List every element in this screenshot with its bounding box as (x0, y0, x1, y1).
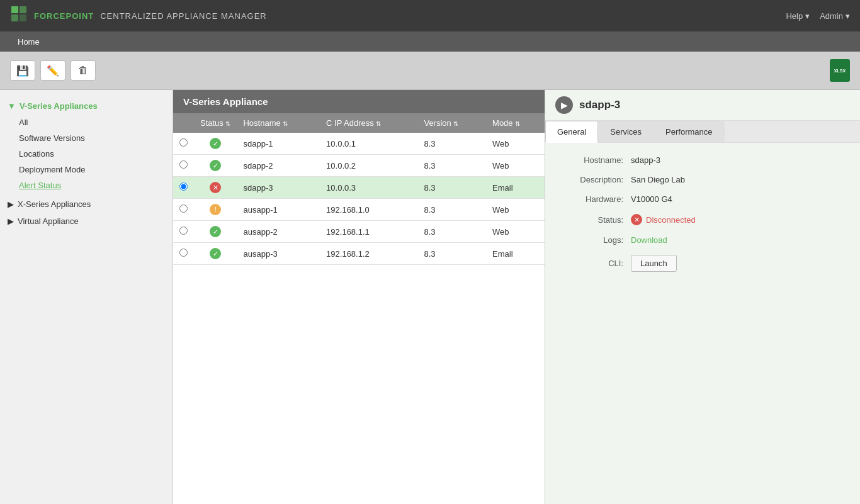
row-version: 8.3 (417, 133, 486, 155)
svg-rect-1 (20, 6, 26, 13)
hardware-value: V10000 G4 (631, 194, 672, 204)
row-hostname: sdapp-1 (237, 133, 320, 155)
row-status: ✓ (194, 243, 237, 265)
row-radio[interactable] (173, 199, 194, 221)
row-mode: Web (486, 133, 545, 155)
col-mode[interactable]: Mode ⇅ (486, 113, 545, 133)
description-value: San Diego Lab (631, 175, 685, 184)
v-series-collapse-icon: ▼ (8, 101, 16, 111)
row-status: ✓ (194, 155, 237, 177)
sidebar-item-deployment-mode[interactable]: Deployment Mode (0, 162, 173, 177)
status-green-icon: ✓ (210, 138, 221, 149)
detail-logs-row: Logs: Download (555, 235, 850, 245)
table-row[interactable]: ✓ ausapp-3 192.168.1.2 8.3 Email (173, 243, 545, 265)
table-row[interactable]: ✓ sdapp-1 10.0.0.1 8.3 Web (173, 133, 545, 155)
svg-rect-2 (11, 14, 18, 21)
breadcrumb-home[interactable]: Home (10, 31, 52, 52)
disconnected-link[interactable]: Disconnected (646, 215, 696, 225)
sidebar: ▼ V-Series Appliances All Software Versi… (0, 90, 173, 504)
logs-label: Logs: (555, 235, 631, 245)
row-status: ✓ (194, 221, 237, 243)
row-version: 8.3 (417, 221, 486, 243)
topbar-right: Help ▾ Admin ▾ (786, 11, 850, 21)
save-button[interactable]: 💾 (10, 60, 35, 81)
virtual-expand-icon: ▶ (8, 216, 14, 226)
row-version: 8.3 (417, 155, 486, 177)
row-status: ✓ (194, 133, 237, 155)
sidebar-virtual-header[interactable]: ▶ Virtual Appliance (0, 213, 173, 230)
col-select (173, 113, 194, 133)
row-ip: 192.168.1.1 (320, 221, 417, 243)
row-radio[interactable] (173, 221, 194, 243)
detail-hostname-row: Hostname: sdapp-3 (555, 155, 850, 165)
row-ip: 10.0.0.3 (320, 177, 417, 199)
table-row[interactable]: ! ausapp-1 192.168.1.0 8.3 Web (173, 199, 545, 221)
sidebar-item-locations[interactable]: Locations (0, 146, 173, 162)
sidebar-item-alert-status[interactable]: Alert Status (0, 177, 173, 193)
col-status[interactable]: Status ⇅ (194, 113, 237, 133)
admin-button[interactable]: Admin ▾ (820, 11, 850, 21)
x-series-expand-icon: ▶ (8, 199, 14, 209)
col-hostname[interactable]: Hostname ⇅ (237, 113, 320, 133)
row-radio[interactable] (173, 155, 194, 177)
help-button[interactable]: Help ▾ (786, 11, 810, 21)
ip-sort-icon: ⇅ (376, 120, 381, 127)
toolbar: 💾 ✏️ 🗑 XLSX (0, 52, 860, 90)
breadcrumb: Home (0, 31, 860, 52)
row-ip: 10.0.0.2 (320, 155, 417, 177)
row-version: 8.3 (417, 243, 486, 265)
row-ip: 192.168.1.0 (320, 199, 417, 221)
col-ip[interactable]: C IP Address ⇅ (320, 113, 417, 133)
tab-performance[interactable]: Performance (653, 121, 724, 142)
row-radio[interactable] (173, 243, 194, 265)
row-hostname: sdapp-2 (237, 155, 320, 177)
delete-button[interactable]: 🗑 (71, 60, 96, 81)
launch-button[interactable]: Launch (631, 255, 677, 272)
table-title: V-Series Appliance (173, 90, 545, 113)
table-row[interactable]: ✓ ausapp-2 192.168.1.1 8.3 Web (173, 221, 545, 243)
table-panel: V-Series Appliance Status ⇅ Hostname (173, 90, 545, 504)
row-hostname: ausapp-2 (237, 221, 320, 243)
delete-icon: 🗑 (78, 65, 88, 76)
detail-title: sdapp-3 (579, 99, 620, 111)
help-chevron-icon: ▾ (805, 11, 810, 21)
status-red-icon: ✕ (210, 182, 221, 193)
hardware-label: Hardware: (555, 194, 631, 204)
status-green-icon: ✓ (210, 226, 221, 237)
download-link[interactable]: Download (631, 235, 667, 245)
status-value: ✕ Disconnected (631, 214, 696, 225)
sidebar-item-software-versions[interactable]: Software Versions (0, 130, 173, 146)
detail-cli-row: CLI: Launch (555, 255, 850, 272)
row-mode: Email (486, 243, 545, 265)
col-version[interactable]: Version ⇅ (417, 113, 486, 133)
tab-general[interactable]: General (545, 121, 598, 143)
detail-status-row: Status: ✕ Disconnected (555, 214, 850, 225)
save-icon: 💾 (16, 65, 29, 77)
sidebar-v-series-header[interactable]: ▼ V-Series Appliances (0, 98, 173, 115)
status-green-icon: ✓ (210, 248, 221, 259)
row-hostname: sdapp-3 (237, 177, 320, 199)
forcepoint-logo (10, 5, 28, 26)
row-radio[interactable] (173, 177, 194, 199)
table-row[interactable]: ✕ sdapp-3 10.0.0.3 8.3 Email (173, 177, 545, 199)
tab-services[interactable]: Services (598, 121, 653, 142)
status-yellow-icon: ! (210, 204, 221, 215)
hostname-sort-icon: ⇅ (283, 120, 288, 127)
row-radio[interactable] (173, 133, 194, 155)
brand-name: FORCEPOINT (34, 11, 94, 21)
edit-icon: ✏️ (47, 65, 59, 77)
svg-rect-3 (20, 14, 26, 21)
row-version: 8.3 (417, 199, 486, 221)
edit-button[interactable]: ✏️ (40, 60, 65, 81)
table-row[interactable]: ✓ sdapp-2 10.0.0.2 8.3 Web (173, 155, 545, 177)
content-area: V-Series Appliance Status ⇅ Hostname (173, 90, 860, 504)
app-title: CENTRALIZED APPLIANCE MANAGER (100, 11, 267, 21)
detail-expand-button[interactable]: ▶ (555, 96, 573, 114)
export-xlsx-button[interactable]: XLSX (830, 59, 850, 82)
sidebar-x-series-header[interactable]: ▶ X-Series Appliances (0, 196, 173, 213)
sidebar-item-all[interactable]: All (0, 115, 173, 130)
admin-chevron-icon: ▾ (846, 11, 850, 21)
cli-value: Launch (631, 255, 677, 272)
disconnected-status-icon: ✕ (631, 214, 642, 225)
detail-panel: ▶ sdapp-3 General Services Performance H… (545, 90, 860, 504)
